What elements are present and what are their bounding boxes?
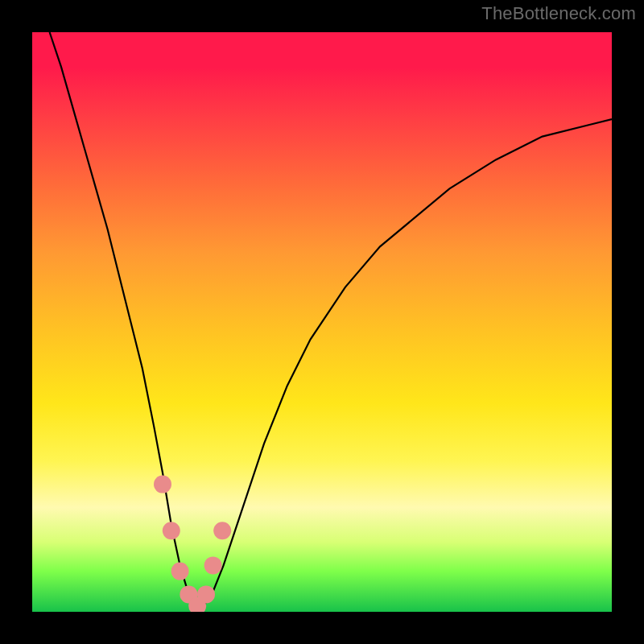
- marker-dot: [197, 585, 215, 603]
- bottleneck-curve: [32, 32, 612, 612]
- marker-dot: [171, 563, 189, 580]
- watermark-text: TheBottleneck.com: [481, 3, 636, 24]
- marker-group: [154, 476, 231, 612]
- plot-area: [32, 32, 612, 612]
- marker-dot: [204, 556, 222, 574]
- marker-dot: [163, 522, 180, 539]
- marker-dot: [154, 476, 171, 493]
- marker-dot: [213, 522, 231, 539]
- curve-path: [50, 32, 612, 606]
- chart-frame: TheBottleneck.com: [0, 0, 644, 644]
- axis-bottom-strip: [32, 612, 612, 644]
